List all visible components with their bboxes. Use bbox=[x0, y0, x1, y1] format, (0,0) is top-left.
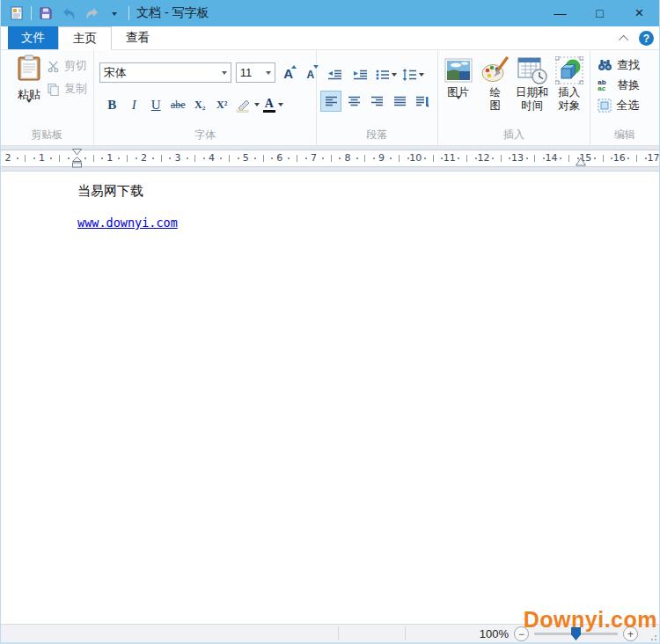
line-spacing-button[interactable] bbox=[401, 69, 424, 81]
minimize-button[interactable]: — bbox=[540, 0, 580, 26]
grow-font-button[interactable]: A bbox=[280, 63, 297, 83]
bullets-icon bbox=[375, 69, 390, 81]
ruler-tick bbox=[331, 155, 332, 162]
underline-button[interactable]: U bbox=[147, 95, 165, 115]
tab-view[interactable]: 查看 bbox=[112, 26, 164, 49]
select-all-icon bbox=[598, 99, 612, 113]
undo-icon[interactable] bbox=[60, 4, 77, 23]
superscript-button[interactable]: X² bbox=[213, 95, 231, 115]
ruler-tick bbox=[194, 155, 195, 162]
ruler-tick bbox=[229, 155, 230, 162]
ruler-number: 2 bbox=[141, 152, 147, 164]
ruler-tick bbox=[220, 157, 222, 159]
justify-button[interactable] bbox=[389, 91, 410, 112]
ruler-tick bbox=[356, 157, 358, 159]
paste-button[interactable]: 粘贴 bbox=[10, 55, 48, 127]
ruler-tick bbox=[127, 155, 128, 162]
replace-button[interactable]: abac 替换 bbox=[598, 77, 640, 93]
watermark-text: Downyi.com bbox=[524, 607, 657, 633]
italic-button[interactable]: I bbox=[125, 95, 143, 115]
insert-picture-button[interactable]: 图片 bbox=[440, 54, 477, 115]
ruler: 211234567891011121314151617 bbox=[1, 146, 659, 172]
ruler-tick bbox=[101, 157, 103, 159]
decrease-indent-button[interactable] bbox=[324, 64, 345, 85]
help-icon[interactable]: ? bbox=[639, 31, 654, 46]
align-left-button[interactable] bbox=[320, 91, 341, 112]
paragraph-icon bbox=[415, 96, 429, 107]
ribbon-tab-row: 文件 主页 查看 ? bbox=[1, 26, 659, 50]
redo-icon[interactable] bbox=[83, 4, 100, 23]
font-family-dropdown-icon bbox=[222, 71, 227, 75]
insert-object-button[interactable]: 插入 对象 bbox=[551, 54, 588, 115]
document-canvas[interactable]: 当易网下载 www.downyi.com bbox=[1, 172, 659, 624]
copy-label: 复制 bbox=[64, 81, 87, 97]
subscript-button[interactable]: X₂ bbox=[191, 95, 209, 115]
ruler-tick bbox=[297, 155, 297, 162]
ruler-number: 13 bbox=[511, 152, 524, 164]
ruler-number: 17 bbox=[647, 152, 659, 164]
cut-button[interactable]: 剪切 bbox=[47, 57, 87, 75]
ruler-number: 3 bbox=[175, 152, 181, 164]
insert-drawing-button[interactable]: 绘 图 bbox=[477, 54, 514, 115]
document-hyperlink[interactable]: www.downyi.com bbox=[77, 216, 178, 230]
group-paragraph: 段落 bbox=[317, 50, 438, 145]
status-divider bbox=[338, 626, 339, 640]
ruler-tick bbox=[534, 155, 535, 162]
ruler-tick bbox=[399, 155, 400, 162]
maximize-button[interactable]: □ bbox=[580, 0, 620, 26]
ruler-tick bbox=[161, 155, 162, 162]
resize-grip-icon[interactable] bbox=[648, 632, 656, 640]
font-color-button[interactable]: A bbox=[263, 98, 283, 113]
wordpad-app-icon[interactable] bbox=[8, 4, 26, 23]
close-button[interactable]: × bbox=[620, 0, 659, 26]
insert-group-label: 插入 bbox=[438, 128, 590, 143]
clipboard-icon bbox=[18, 55, 40, 81]
zoom-level-value: 100% bbox=[480, 627, 509, 640]
ruler-number: 6 bbox=[276, 152, 282, 164]
ruler-tick bbox=[254, 157, 256, 159]
text-highlight-button[interactable] bbox=[235, 98, 260, 113]
quick-access-toolbar bbox=[1, 4, 129, 23]
left-indent-marker[interactable] bbox=[72, 149, 82, 168]
collapse-ribbon-icon[interactable] bbox=[619, 34, 628, 44]
ruler-tick bbox=[271, 157, 273, 159]
highlight-pen-icon bbox=[235, 98, 252, 113]
object-icon bbox=[555, 56, 583, 84]
paragraph-dialog-button[interactable] bbox=[412, 91, 433, 112]
align-left-icon bbox=[325, 96, 338, 107]
zoom-slider[interactable] bbox=[534, 633, 618, 635]
ruler-tick bbox=[59, 155, 60, 162]
save-icon[interactable] bbox=[37, 4, 55, 23]
font-family-combo[interactable]: 宋体 bbox=[99, 62, 231, 83]
qat-customize-dropdown-icon[interactable] bbox=[106, 4, 123, 23]
editing-group-label: 编辑 bbox=[590, 128, 659, 143]
bold-button[interactable]: B bbox=[103, 95, 121, 115]
justify-icon bbox=[393, 96, 407, 107]
tab-file[interactable]: 文件 bbox=[8, 26, 58, 49]
datetime-label-line2: 时间 bbox=[514, 99, 551, 113]
list-button[interactable] bbox=[375, 69, 397, 81]
right-indent-marker[interactable] bbox=[576, 157, 586, 166]
align-right-button[interactable] bbox=[366, 91, 387, 112]
ruler-tick bbox=[68, 157, 70, 159]
font-color-glyph: A bbox=[263, 98, 275, 113]
increase-indent-button[interactable] bbox=[349, 64, 370, 85]
ruler-number: 11 bbox=[444, 152, 456, 164]
align-center-icon bbox=[348, 96, 361, 107]
font-size-dropdown-icon bbox=[266, 71, 271, 75]
font-size-combo[interactable]: 11 bbox=[236, 62, 275, 83]
ruler-tick bbox=[501, 155, 502, 162]
font-group-label: 字体 bbox=[94, 128, 316, 143]
ruler-tick bbox=[25, 155, 26, 162]
select-all-button[interactable]: 全选 bbox=[598, 97, 640, 113]
align-center-button[interactable] bbox=[343, 91, 364, 112]
paragraph-group-label: 段落 bbox=[317, 128, 437, 143]
copy-button[interactable]: 复制 bbox=[47, 80, 87, 98]
copy-icon bbox=[47, 83, 60, 96]
insert-datetime-button[interactable]: 日期和 时间 bbox=[514, 54, 551, 115]
strikethrough-button[interactable]: abe bbox=[169, 95, 187, 115]
find-button[interactable]: 查找 bbox=[598, 56, 640, 73]
ruler-tick bbox=[339, 157, 341, 159]
increase-indent-icon bbox=[352, 69, 369, 81]
tab-home[interactable]: 主页 bbox=[58, 26, 112, 50]
